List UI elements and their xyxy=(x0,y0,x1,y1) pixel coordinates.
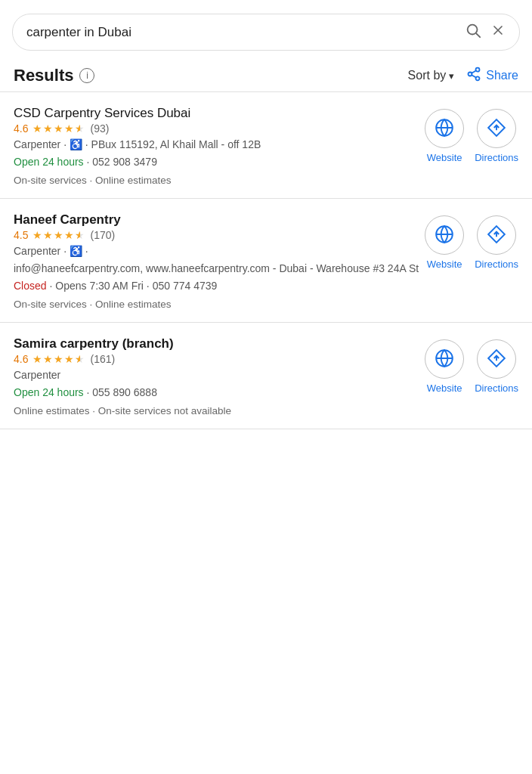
directions-button-1[interactable]: Directions xyxy=(475,109,518,163)
sort-by-button[interactable]: Sort by ▾ xyxy=(408,69,455,82)
services-1: On-site services · Online estimates xyxy=(14,175,425,186)
rating-row-3: 4.6 ★★★★★★ (161) xyxy=(14,353,425,365)
svg-point-0 xyxy=(468,25,478,35)
svg-line-8 xyxy=(472,70,476,73)
results-header: Results i Sort by ▾ Share xyxy=(0,58,532,91)
status-row-1: Open 24 hours · 052 908 3479 xyxy=(14,154,425,170)
phone-3: 055 890 6888 xyxy=(92,386,157,398)
svg-line-7 xyxy=(472,75,476,77)
action-buttons-2: Website Directions xyxy=(425,212,518,270)
share-label: Share xyxy=(486,69,518,82)
closed-status-2: Closed xyxy=(14,280,47,292)
result-info-3: Samira carpentry (branch) 4.6 ★★★★★★ (16… xyxy=(14,336,425,416)
divider-3 xyxy=(0,429,532,429)
rating-row-1: 4.6 ★★★★★★ (93) xyxy=(14,122,425,135)
services-3: Online estimates · On-site services not … xyxy=(14,405,425,416)
open-status-3: Open 24 hours xyxy=(14,386,84,398)
rating-number-1: 4.6 xyxy=(14,122,28,135)
review-count-1: (93) xyxy=(90,122,109,135)
stars-2: ★★★★★★ xyxy=(32,229,85,241)
wheelchair-icon-2: ♿ xyxy=(70,245,82,257)
website-icon-2 xyxy=(435,224,454,246)
info-icon[interactable]: i xyxy=(79,68,94,83)
review-count-2: (170) xyxy=(90,229,115,241)
result-name-1[interactable]: CSD Carpentry Services Dubai xyxy=(14,106,425,121)
top-bar xyxy=(0,0,532,58)
close-icon[interactable] xyxy=(490,23,506,42)
result-card-2: Haneef Carpentry 4.5 ★★★★★★ (170) Carpen… xyxy=(0,199,532,322)
result-name-3[interactable]: Samira carpentry (branch) xyxy=(14,336,425,351)
header-actions: Sort by ▾ Share xyxy=(408,67,518,85)
review-count-3: (161) xyxy=(90,353,115,365)
result-card-3: Samira carpentry (branch) 4.6 ★★★★★★ (16… xyxy=(0,323,532,429)
directions-label-1: Directions xyxy=(475,152,518,163)
stars-3: ★★★★★★ xyxy=(32,353,85,365)
phone-1: 052 908 3479 xyxy=(92,156,157,168)
directions-label-2: Directions xyxy=(475,259,518,270)
directions-button-3[interactable]: Directions xyxy=(475,339,518,394)
svg-line-1 xyxy=(477,34,481,38)
website-button-1[interactable]: Website xyxy=(425,109,464,163)
dot-separator: · xyxy=(63,138,70,150)
website-label-3: Website xyxy=(427,382,462,394)
directions-icon-1 xyxy=(487,118,506,140)
action-buttons-3: Website Directions xyxy=(425,336,518,394)
website-circle-3 xyxy=(425,339,464,379)
result-info-1: CSD Carpentry Services Dubai 4.6 ★★★★★★ … xyxy=(14,106,425,186)
result-info-2: Haneef Carpentry 4.5 ★★★★★★ (170) Carpen… xyxy=(14,212,425,310)
website-icon-1 xyxy=(435,118,454,140)
status-extra-2: · Opens 7:30 AM Fri · xyxy=(49,280,149,292)
website-button-2[interactable]: Website xyxy=(425,215,464,270)
dot-separator2: · xyxy=(85,138,91,150)
directions-icon-2 xyxy=(487,224,506,246)
action-buttons-1: Website Directions xyxy=(425,106,518,163)
website-circle-1 xyxy=(425,109,464,148)
directions-icon-3 xyxy=(487,348,506,370)
website-button-3[interactable]: Website xyxy=(425,339,464,394)
search-box xyxy=(12,14,520,51)
category-1: Carpenter xyxy=(14,138,60,150)
category-row-3: Carpenter xyxy=(14,367,425,383)
category-row-1: Carpenter · ♿ · PBux 115192, Al Khail Ma… xyxy=(14,137,425,153)
search-input[interactable] xyxy=(26,25,457,40)
status-row-3: Open 24 hours · 055 890 6888 xyxy=(14,385,425,401)
rating-row-2: 4.5 ★★★★★★ (170) xyxy=(14,229,425,241)
status-row-2: Closed · Opens 7:30 AM Fri · 050 774 473… xyxy=(14,278,425,294)
website-icon-3 xyxy=(435,348,454,370)
result-card-1: CSD Carpentry Services Dubai 4.6 ★★★★★★ … xyxy=(0,92,532,198)
category-row-2: Carpenter · ♿ · xyxy=(14,243,425,259)
share-icon xyxy=(466,67,481,85)
rating-number-2: 4.5 xyxy=(14,229,28,241)
stars-1: ★★★★★★ xyxy=(32,122,85,135)
website-circle-2 xyxy=(425,215,464,255)
results-label: Results xyxy=(14,66,73,85)
wheelchair-icon-1: ♿ xyxy=(70,138,82,150)
directions-label-3: Directions xyxy=(475,382,518,394)
phone-2: 050 774 4739 xyxy=(153,280,218,292)
category-3: Carpenter xyxy=(14,369,60,381)
website-label-1: Website xyxy=(427,152,462,163)
directions-circle-3 xyxy=(477,339,516,379)
search-icon[interactable] xyxy=(465,22,481,42)
results-title: Results i xyxy=(14,66,94,85)
rating-number-3: 4.6 xyxy=(14,353,28,365)
sort-by-label: Sort by xyxy=(408,69,447,82)
website-label-2: Website xyxy=(427,259,462,270)
open-status-1: Open 24 hours xyxy=(14,156,84,168)
share-button[interactable]: Share xyxy=(466,67,518,85)
sort-arrow-icon: ▾ xyxy=(449,70,454,82)
services-2: On-site services · Online estimates xyxy=(14,299,425,310)
category-2: Carpenter xyxy=(14,245,60,257)
directions-circle-2 xyxy=(477,215,516,255)
address-2: info@haneefcarpentry.com, www.haneefcarp… xyxy=(14,262,419,274)
directions-button-2[interactable]: Directions xyxy=(475,215,518,270)
address-row-2: info@haneefcarpentry.com, www.haneefcarp… xyxy=(14,261,425,277)
address-1: PBux 115192, Al Khail Mall - off 12B xyxy=(91,138,261,150)
result-name-2[interactable]: Haneef Carpentry xyxy=(14,212,425,228)
directions-circle-1 xyxy=(477,109,516,148)
